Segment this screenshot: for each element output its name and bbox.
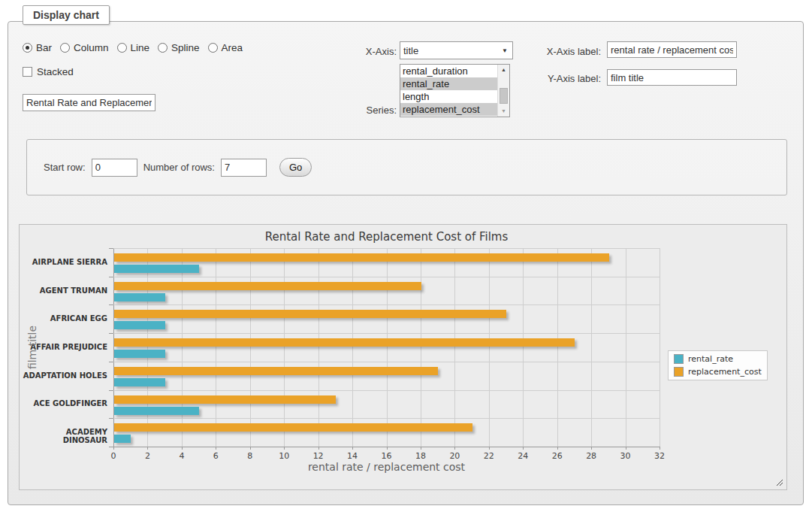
x-tick-label-10: 10 <box>279 451 289 461</box>
gridline-x-2 <box>147 248 148 447</box>
series-option-replacement_cost[interactable]: replacement_cost <box>400 103 497 116</box>
resize-grip-icon[interactable] <box>775 478 783 486</box>
x-tick-label-32: 32 <box>654 451 665 461</box>
x-tick-label-24: 24 <box>518 451 528 461</box>
tick-y-5 <box>109 390 113 391</box>
gridline-x-0 <box>113 248 114 447</box>
gridline-x-26 <box>557 248 558 447</box>
gridline-y-7 <box>113 447 660 447</box>
stacked-option[interactable]: Stacked <box>23 66 74 77</box>
scrollbar-thumb[interactable] <box>500 88 508 104</box>
series-option-length[interactable]: length <box>400 90 497 103</box>
legend-entry-rental_rate: rental_rate <box>674 354 762 364</box>
series-label: Series: <box>323 105 397 116</box>
chart-title: Rental Rate and Replacement Cost of Film… <box>113 230 660 244</box>
stacked-label: Stacked <box>37 66 74 77</box>
gridline-x-18 <box>421 248 421 447</box>
scroll-up-icon[interactable]: ▲ <box>498 65 509 74</box>
x-tick-label-18: 18 <box>415 451 426 461</box>
chart-type-options: BarColumnLineSplineArea <box>23 42 243 53</box>
x-axis-label: X-Axis: <box>323 46 397 57</box>
gridline-x-24 <box>523 248 524 447</box>
bar-replacement_cost-adaptation-holes <box>114 367 438 375</box>
x-tick-label-22: 22 <box>484 451 494 461</box>
x-tick-label-30: 30 <box>620 451 631 461</box>
chart-container: Rental Rate and Replacement Cost of Film… <box>19 224 787 490</box>
number-of-rows-label: Number of rows: <box>143 162 215 173</box>
gridline-x-10 <box>284 248 285 447</box>
chart-type-radio-spline[interactable] <box>158 43 168 53</box>
gridline-y-2 <box>113 304 660 305</box>
bar-rental_rate-agent-truman <box>114 293 165 301</box>
go-button[interactable]: Go <box>279 158 312 177</box>
x-tick-label-26: 26 <box>552 451 563 461</box>
gridline-y-0 <box>113 248 660 249</box>
legend-swatch-replacement_cost <box>674 367 684 377</box>
start-row-label: Start row: <box>44 162 86 173</box>
chart-type-radio-bar[interactable] <box>23 43 32 53</box>
series-scrollbar[interactable]: ▲ ▼ <box>497 65 509 117</box>
x-tick-label-0: 0 <box>111 451 116 461</box>
chart-type-radio-column[interactable] <box>60 43 70 53</box>
chart-legend: rental_ratereplacement_cost <box>668 350 768 380</box>
bar-rental_rate-ace-goldfinger <box>114 407 199 415</box>
chart-type-area[interactable]: Area <box>208 42 243 53</box>
bar-replacement_cost-academy-dinosaur <box>114 423 472 432</box>
chart-type-label: Spline <box>171 42 200 53</box>
y-axis-label-input[interactable] <box>607 69 737 86</box>
rows-panel: Start row: Number of rows: Go <box>26 139 787 195</box>
chart-y-axis-title-wrap: film title <box>23 248 42 447</box>
chart-title-input[interactable] <box>23 94 155 111</box>
tick-y-3 <box>109 333 113 334</box>
x-axis-label-caption: X-Axis label: <box>526 46 601 57</box>
x-tick-label-8: 8 <box>247 451 252 461</box>
x-axis-label-input[interactable] <box>607 41 737 58</box>
chart-type-radio-area[interactable] <box>208 43 218 53</box>
gridline-x-32 <box>660 248 660 447</box>
gridline-x-4 <box>182 248 183 447</box>
bar-rental_rate-affair-prejudice <box>114 350 165 358</box>
bar-replacement_cost-airplane-sierra <box>114 253 609 262</box>
x-tick-label-12: 12 <box>313 451 324 461</box>
gridline-y-5 <box>113 390 660 391</box>
chart-type-label: Area <box>222 42 243 53</box>
bar-rental_rate-african-egg <box>114 321 165 329</box>
chart-type-label: Line <box>131 42 150 53</box>
series-option-rental_rate[interactable]: rental_rate <box>400 77 497 90</box>
gridline-y-1 <box>113 277 660 277</box>
chart-type-label: Column <box>74 42 109 53</box>
chart-y-axis-title: film title <box>26 326 38 369</box>
bar-replacement_cost-agent-truman <box>114 282 421 290</box>
gridline-y-4 <box>113 362 660 362</box>
number-of-rows-input[interactable] <box>221 159 267 177</box>
start-row-input[interactable] <box>92 159 137 177</box>
chart-type-line[interactable]: Line <box>117 42 150 53</box>
chart-type-bar[interactable]: Bar <box>23 42 52 53</box>
tick-y-1 <box>109 277 113 277</box>
display-chart-page: Display chart BarColumnLineSplineArea St… <box>0 0 812 512</box>
tick-y-0 <box>109 248 113 249</box>
x-axis-select-wrap: title ▼ <box>400 41 513 59</box>
bar-rental_rate-academy-dinosaur <box>114 435 131 443</box>
chart-plot-area: 02468101214161820222426283032AIRPLANE SI… <box>113 248 660 447</box>
gridline-x-28 <box>591 248 592 447</box>
x-axis-select[interactable]: title <box>400 41 513 59</box>
gridline-x-22 <box>489 248 490 447</box>
series-option-rental_duration[interactable]: rental_duration <box>400 65 497 77</box>
tick-y-2 <box>109 304 113 305</box>
scroll-down-icon[interactable]: ▼ <box>498 107 509 116</box>
x-tick-label-14: 14 <box>347 451 358 461</box>
series-listbox[interactable]: rental_durationrental_ratelengthreplacem… <box>400 64 510 117</box>
x-tick-label-20: 20 <box>449 451 460 461</box>
chart-type-label: Bar <box>36 42 52 53</box>
x-tick-label-6: 6 <box>213 451 219 461</box>
x-tick-label-2: 2 <box>145 451 150 461</box>
gridline-y-3 <box>113 333 660 334</box>
chart-type-column[interactable]: Column <box>60 42 109 53</box>
x-tick-label-28: 28 <box>586 451 596 461</box>
tick-y-7 <box>109 447 113 447</box>
chart-type-radio-line[interactable] <box>117 43 127 53</box>
legend-label: rental_rate <box>688 354 733 364</box>
stacked-checkbox[interactable] <box>23 67 32 77</box>
chart-type-spline[interactable]: Spline <box>158 42 200 53</box>
